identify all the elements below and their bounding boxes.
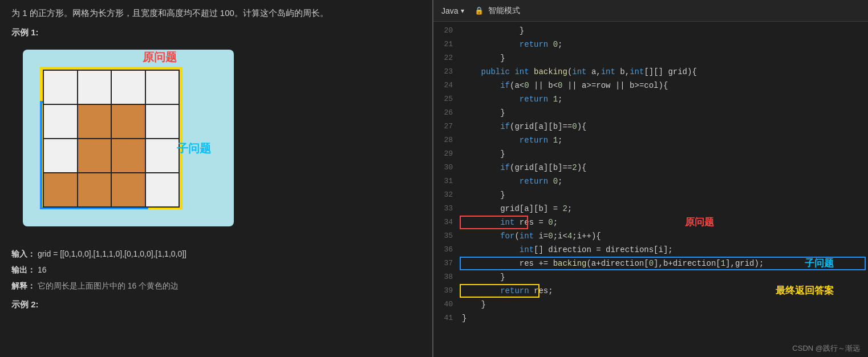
line-content: for(int i=0;i<4;i++){ bbox=[460, 229, 868, 243]
line-number: 24 bbox=[433, 79, 460, 92]
io-section: 输入： grid = [[0,1,0,0],[1,1,1,0],[0,1,0,0… bbox=[11, 246, 421, 294]
left-panel: 为 1 的正方形。网格为长方形，且宽度和高度均不超过 100。计算这个岛屿的周长… bbox=[0, 0, 433, 357]
code-line-29: 29 } bbox=[433, 147, 868, 161]
cell-3-2 bbox=[111, 173, 145, 207]
code-line-34: 34 int res = 0; bbox=[433, 216, 868, 229]
line-content: int[] direction = directions[i]; bbox=[460, 243, 868, 257]
cell-1-1 bbox=[78, 104, 112, 139]
cell-3-3 bbox=[145, 173, 180, 207]
line-content: grid[a][b] = 2; bbox=[460, 202, 868, 216]
cell-3-1 bbox=[78, 173, 112, 207]
line-number: 20 bbox=[433, 24, 460, 38]
explanation-label: 解释： bbox=[11, 281, 35, 290]
line-content: } bbox=[460, 311, 868, 325]
output-line: 输出： 16 bbox=[11, 262, 421, 278]
watermark: CSDN @践行～渐远 bbox=[792, 343, 860, 354]
line-number: 35 bbox=[433, 229, 460, 243]
code-line-26: 26 } bbox=[433, 106, 868, 120]
line-content: int res = 0; bbox=[460, 216, 868, 229]
cell-0-1 bbox=[78, 70, 112, 104]
cell-1-3 bbox=[145, 104, 180, 139]
code-line-24: 24 if(a<0 || b<0 || a>=row || b>=col){ bbox=[433, 79, 868, 92]
line-content: } bbox=[460, 270, 868, 284]
grid-table bbox=[43, 70, 180, 208]
line-content: if(grid[a][b]==2){ bbox=[460, 161, 868, 175]
explanation-value: 它的周长是上面图片中的 16 个黄色的边 bbox=[38, 281, 179, 290]
line-content: public int backing(int a,int b,int[][] g… bbox=[460, 65, 868, 79]
code-line-38: 38 } bbox=[433, 270, 868, 284]
lang-label: Java bbox=[441, 6, 459, 15]
cell-0-0 bbox=[43, 70, 78, 104]
cell-2-1 bbox=[78, 139, 112, 173]
example2-title: 示例 2: bbox=[11, 299, 421, 310]
line-content: } bbox=[460, 147, 868, 161]
code-lines: 20 }21 return 0;22 }23 public int backin… bbox=[433, 22, 868, 327]
cell-1-0 bbox=[43, 104, 78, 139]
line-number: 32 bbox=[433, 188, 460, 202]
code-line-25: 25 return 1; bbox=[433, 92, 868, 106]
line-content: } bbox=[460, 51, 868, 65]
editor-header: Java ▾ 🔒 智能模式 bbox=[433, 0, 868, 22]
line-content: } bbox=[460, 24, 868, 38]
cell-2-3 bbox=[145, 139, 180, 173]
line-number: 36 bbox=[433, 243, 460, 257]
code-line-33: 33 grid[a][b] = 2; bbox=[433, 202, 868, 216]
cell-2-2 bbox=[111, 139, 145, 173]
cell-0-2 bbox=[111, 70, 145, 104]
right-panel: Java ▾ 🔒 智能模式 20 }21 return 0;22 }23 pub… bbox=[433, 0, 868, 357]
lock-icon: 🔒 bbox=[474, 6, 484, 15]
line-number: 25 bbox=[433, 92, 460, 106]
diagram-area: 原问题 子问题 bbox=[11, 44, 262, 238]
code-line-20: 20 } bbox=[433, 24, 868, 38]
line-content: return 1; bbox=[460, 133, 868, 147]
cell-0-3 bbox=[145, 70, 180, 104]
line-number: 40 bbox=[433, 298, 460, 311]
line-number: 38 bbox=[433, 270, 460, 284]
line-content: return res; bbox=[460, 284, 868, 298]
line-number: 33 bbox=[433, 202, 460, 216]
example1-title: 示例 1: bbox=[11, 27, 421, 38]
code-line-22: 22 } bbox=[433, 51, 868, 65]
grid-container bbox=[31, 61, 214, 215]
label-sub-diagram: 子问题 bbox=[177, 141, 211, 156]
code-line-36: 36 int[] direction = directions[i]; bbox=[433, 243, 868, 257]
line-number: 29 bbox=[433, 147, 460, 161]
line-number: 39 bbox=[433, 284, 460, 298]
line-content: if(grid[a][b]==0){ bbox=[460, 120, 868, 133]
line-number: 27 bbox=[433, 120, 460, 133]
output-label: 输出： bbox=[11, 265, 35, 274]
code-line-40: 40 } bbox=[433, 298, 868, 311]
line-number: 30 bbox=[433, 161, 460, 175]
code-line-37: 37 res += backing(a+direction[0],b+direc… bbox=[433, 257, 868, 270]
smart-mode-label: 智能模式 bbox=[488, 6, 520, 16]
line-content: return 1; bbox=[460, 92, 868, 106]
input-value: grid = [[0,1,0,0],[1,1,1,0],[0,1,0,0],[1… bbox=[38, 249, 186, 258]
line-number: 37 bbox=[433, 257, 460, 270]
code-line-39: 39 return res; bbox=[433, 284, 868, 298]
code-area[interactable]: 20 }21 return 0;22 }23 public int backin… bbox=[433, 22, 868, 340]
input-label: 输入： bbox=[11, 249, 35, 258]
code-line-30: 30 if(grid[a][b]==2){ bbox=[433, 161, 868, 175]
line-content: return 0; bbox=[460, 38, 868, 51]
code-line-41: 41} bbox=[433, 311, 868, 325]
line-number: 26 bbox=[433, 106, 460, 120]
line-number: 34 bbox=[433, 216, 460, 229]
output-value: 16 bbox=[38, 265, 47, 274]
cell-2-0 bbox=[43, 139, 78, 173]
line-number: 31 bbox=[433, 175, 460, 188]
lang-selector[interactable]: Java ▾ bbox=[441, 6, 464, 15]
code-line-27: 27 if(grid[a][b]==0){ bbox=[433, 120, 868, 133]
line-content: return 0; bbox=[460, 175, 868, 188]
code-line-23: 23 public int backing(int a,int b,int[][… bbox=[433, 65, 868, 79]
line-number: 22 bbox=[433, 51, 460, 65]
line-number: 23 bbox=[433, 65, 460, 79]
line-number: 41 bbox=[433, 311, 460, 325]
editor-footer: CSDN @践行～渐远 bbox=[433, 340, 868, 357]
line-content: res += backing(a+direction[0],b+directio… bbox=[460, 257, 868, 270]
line-content: } bbox=[460, 106, 868, 120]
code-line-35: 35 for(int i=0;i<4;i++){ bbox=[433, 229, 868, 243]
problem-text: 为 1 的正方形。网格为长方形，且宽度和高度均不超过 100。计算这个岛屿的周长… bbox=[11, 6, 421, 21]
line-content: } bbox=[460, 188, 868, 202]
chevron-down-icon: ▾ bbox=[461, 7, 464, 15]
input-line: 输入： grid = [[0,1,0,0],[1,1,1,0],[0,1,0,0… bbox=[11, 246, 421, 262]
